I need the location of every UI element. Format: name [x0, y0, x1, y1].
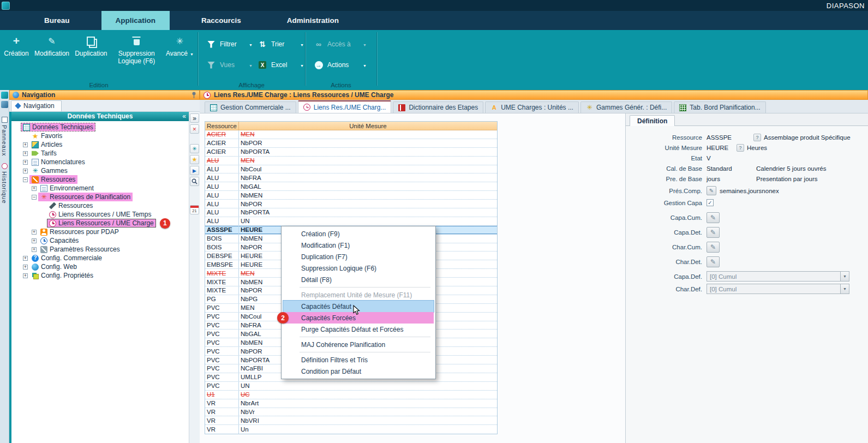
context-menu-item[interactable]: Définition Filtres et Tris [283, 354, 434, 366]
table-row[interactable]: VR NbVr [205, 408, 497, 417]
ribbon-button[interactable]: Vues [206, 59, 254, 70]
capa-def-select[interactable]: [0] Cumul [707, 271, 849, 282]
tree-expander-icon[interactable] [32, 186, 37, 191]
ribbon-button[interactable]: Excel [257, 59, 305, 70]
tree-item[interactable]: Ressources [11, 175, 189, 184]
edit-pencil-icon[interactable] [707, 186, 716, 195]
chevron-down-icon[interactable] [840, 284, 849, 294]
tree-item[interactable]: Config. Web [11, 262, 189, 271]
ribbon-button[interactable]: Actions [313, 59, 368, 70]
table-row[interactable]: U1 UC [205, 391, 497, 399]
tree-item[interactable]: Liens Ressources / UME Temps [11, 210, 189, 219]
tree-expander-icon[interactable] [23, 151, 28, 156]
context-menu-item[interactable]: Création (F9) [283, 228, 434, 240]
tree-item[interactable]: Articles [11, 140, 189, 149]
column-header-unite-mesure[interactable]: Unité Mesure [239, 122, 497, 130]
tree-expander-icon[interactable] [32, 230, 37, 235]
document-tab[interactable]: Dictionnaire des Etapes [393, 101, 483, 113]
tree-item[interactable]: Liens Ressources / UME Charge 1 [11, 219, 189, 228]
pin-icon[interactable] [191, 92, 196, 99]
table-row[interactable]: ALU NbFRA [205, 173, 497, 182]
column-header-ressource[interactable]: Ressource [205, 122, 239, 130]
tree-item[interactable]: Ressources de Planification [11, 193, 189, 201]
context-menu-item[interactable]: Remplacement Unité de Mesure (F11) [283, 289, 434, 301]
menu-tab[interactable]: Raccourcis [187, 11, 255, 30]
context-menu-item[interactable]: MAJ Cohérence Planification [283, 339, 434, 350]
tree-expander-icon[interactable] [23, 169, 28, 173]
tree-item[interactable]: Config. Commerciale [11, 254, 189, 262]
close-icon[interactable] [190, 124, 199, 134]
context-menu-item[interactable]: Duplication (F7) [283, 251, 434, 262]
ribbon-button[interactable]: Création [1, 34, 32, 67]
collapse-chevrons-icon[interactable] [182, 112, 186, 121]
document-tab[interactable]: Gestion Commerciale ... [205, 101, 296, 113]
document-tab[interactable]: Tab. Bord Planification... [674, 101, 765, 113]
menu-tab[interactable]: Administration [273, 11, 353, 30]
favorites-star-icon[interactable] [190, 155, 199, 164]
tree-item[interactable]: Ressources pour PDAP [11, 228, 189, 236]
table-row[interactable]: ALU NbGAL [205, 182, 497, 191]
context-menu-item[interactable]: Capacités Défaut [283, 301, 434, 312]
tree-expander-icon[interactable] [32, 247, 37, 252]
tree-expander-icon[interactable] [23, 273, 28, 278]
ribbon-button[interactable]: Accès à [313, 39, 368, 50]
tree-expander-icon[interactable] [23, 265, 28, 270]
strip-app-icon[interactable] [1, 92, 8, 99]
tree-item[interactable]: Nomenclatures [11, 158, 189, 166]
navigation-tab[interactable]: Navigation [11, 100, 62, 111]
table-row[interactable]: PVC UN [205, 382, 497, 391]
table-row[interactable]: ALU NbPOR [205, 200, 497, 208]
ribbon-button[interactable]: Avancé [163, 34, 196, 67]
help-icon[interactable] [753, 134, 761, 141]
context-menu-item[interactable]: Suppression Logique (F6) [283, 262, 434, 274]
table-row[interactable]: ACIER MEN [205, 130, 497, 139]
side-tab-historique[interactable]: Historique [1, 163, 8, 204]
calendar-icon[interactable]: 21 [190, 205, 199, 214]
edit-pencil-icon[interactable] [707, 256, 720, 267]
tree-expander-icon[interactable] [32, 195, 37, 200]
tab-definition[interactable]: Définition [630, 115, 675, 126]
tree-expander-icon[interactable] [23, 256, 28, 261]
document-tab[interactable]: Liens Res./UME Charg... [298, 100, 392, 113]
table-row[interactable]: ACIER NbPOR [205, 139, 497, 148]
tree-item[interactable]: Ressources [11, 201, 189, 210]
expand-chevrons-icon[interactable] [190, 113, 199, 123]
tree-item[interactable]: Tarifs [11, 149, 189, 158]
tree-expander-icon[interactable] [23, 177, 28, 182]
settings-flower-icon[interactable] [190, 144, 199, 153]
search-icon[interactable] [190, 177, 199, 186]
tree-item[interactable]: Capacités [11, 236, 189, 245]
table-row[interactable]: ACIER NbPORTA [205, 148, 497, 157]
chevron-down-icon[interactable] [840, 272, 849, 281]
ribbon-button[interactable]: Suppression Logique (F6) [110, 34, 163, 67]
strip-panel-icon[interactable] [1, 101, 8, 108]
side-tab-panneaux[interactable]: Panneaux [1, 117, 8, 157]
tree-item[interactable]: Environnement [11, 184, 189, 193]
table-row[interactable]: VR NbrArt [205, 399, 497, 408]
edit-pencil-icon[interactable] [707, 227, 720, 238]
edit-pencil-icon[interactable] [707, 242, 720, 253]
edit-pencil-icon[interactable] [707, 212, 720, 223]
context-menu-item[interactable] [283, 335, 434, 339]
context-menu-item[interactable]: Modification (F1) [283, 240, 434, 251]
context-menu-item[interactable]: Purge Capacités Défaut et Forcées [283, 324, 434, 335]
tree-item[interactable]: Paramètres Ressources [11, 245, 189, 254]
tree-expander-icon[interactable] [32, 238, 37, 243]
ribbon-button[interactable]: Duplication [72, 34, 110, 67]
table-row[interactable]: ALU NbCoul [205, 165, 497, 174]
table-row[interactable]: ALU NbMEN [205, 191, 497, 200]
context-menu-item[interactable]: Condition par Défaut [283, 366, 434, 377]
table-row[interactable]: VR NbVRI [205, 416, 497, 425]
char-def-select[interactable]: [0] Cumul [707, 284, 849, 294]
help-icon[interactable] [737, 144, 744, 152]
document-tab[interactable]: UME Charges : Unités ... [485, 101, 579, 113]
table-row[interactable]: VR Un [205, 425, 497, 434]
table-row[interactable]: ALU NbPORTA [205, 208, 497, 217]
context-menu-item[interactable]: Détail (F8) [283, 274, 434, 285]
tree-item[interactable]: Favoris [11, 131, 189, 140]
context-menu-item[interactable] [283, 350, 434, 354]
table-row[interactable]: ALU UN [205, 217, 497, 226]
menu-tab[interactable]: Bureau [30, 11, 84, 30]
tree-item[interactable]: Config. Propriétés [11, 271, 189, 280]
tree-item[interactable]: Données Techniques [11, 123, 189, 131]
